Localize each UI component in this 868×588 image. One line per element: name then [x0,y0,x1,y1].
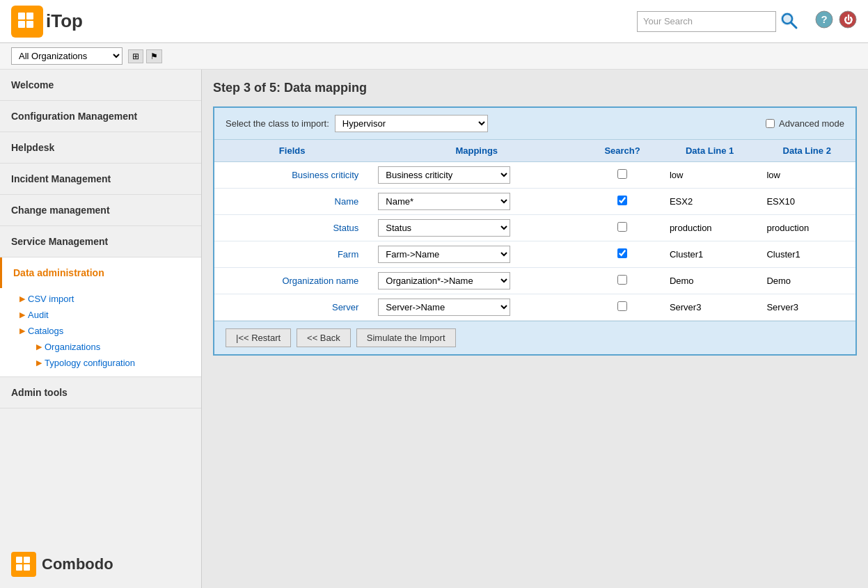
svg-rect-13 [16,564,22,571]
search-checkbox[interactable] [617,301,627,311]
toolbar-icon-flag[interactable]: ⚑ [146,49,162,63]
svg-rect-2 [18,21,25,28]
arrow-icon: ▶ [36,342,42,351]
mapping-cell: Status [370,215,583,241]
sidebar-item-audit[interactable]: ▶ Audit [14,307,201,323]
sidebar-section-service[interactable]: Service Management [0,226,201,257]
content: Step 3 of 5: Data mapping Select the cla… [202,70,868,588]
mapping-cell: Organization*->Name [370,268,583,294]
search-cell [583,215,661,241]
col-fields: Fields [214,140,370,162]
mapping-cell: Server->Name [370,294,583,321]
combodo-logo: Combodo [11,552,113,577]
advanced-mode-label: Advanced mode [779,118,844,129]
sidebar-nav: Welcome Configuration Management Helpdes… [0,70,201,541]
table-row: NameName*ESX2ESX10 [214,189,855,215]
mapping-select[interactable]: Status [378,219,510,237]
data-line-1-cell: Cluster1 [661,241,759,268]
search-cell [583,162,661,189]
search-checkbox[interactable] [617,248,627,258]
select-class-label: Select the class to import: [226,118,329,129]
mapping-table: Fields Mappings Search? Data Line 1 Data… [214,140,855,321]
class-select[interactable]: Hypervisor [335,115,488,132]
table-row: StatusStatusproductionproduction [214,215,855,241]
org-select[interactable]: All Organizations [11,47,123,65]
advanced-mode-checkbox[interactable] [766,119,775,128]
sidebar-item-csv-import[interactable]: ▶ CSV import [14,291,201,307]
field-cell: Business criticity [214,162,370,189]
svg-rect-0 [18,13,25,19]
header: iTop ? ⏻ [0,0,868,43]
svg-rect-14 [24,564,30,571]
sidebar-item-incident-management[interactable]: Incident Management [0,164,201,194]
sidebar-item-helpdesk[interactable]: Helpdesk [0,132,201,163]
col-data1: Data Line 1 [661,140,759,162]
sidebar-section-admin-tools[interactable]: Admin tools [0,377,201,408]
sidebar-item-catalogs[interactable]: ▶ Catalogs [14,323,201,339]
sidebar-section-welcome[interactable]: Welcome [0,70,201,101]
sidebar-item-admin-tools[interactable]: Admin tools [0,377,201,408]
logo-icon [11,6,43,38]
sidebar-section-helpdesk[interactable]: Helpdesk [0,132,201,164]
arrow-icon: ▶ [36,358,42,367]
col-search: Search? [583,140,661,162]
search-checkbox[interactable] [617,196,627,205]
search-area [637,9,801,33]
data-line-1-cell: Demo [661,268,759,294]
logo-text: iTop [46,10,83,32]
mapping-select[interactable]: Name* [378,193,510,210]
sidebar-item-organizations[interactable]: ▶ Organizations [31,339,201,355]
col-data2: Data Line 2 [758,140,855,162]
sidebar-footer: Combodo [0,541,201,588]
table-row: Business criticityBusiness criticitylowl… [214,162,855,189]
sidebar-section-change[interactable]: Change management [0,195,201,226]
combodo-text: Combodo [42,555,113,573]
mapping-select[interactable]: Business criticity [378,166,510,184]
sidebar-sub-data-admin: ▶ CSV import ▶ Audit ▶ Catalogs ▶ [0,288,201,376]
search-input[interactable] [637,11,776,32]
power-button[interactable]: ⏻ [839,10,857,32]
svg-rect-12 [24,557,30,563]
data-line-2-cell: Server3 [758,294,855,321]
mapping-select[interactable]: Server->Name [378,299,510,316]
back-button[interactable]: << Back [297,328,351,347]
sidebar-item-configuration-management[interactable]: Configuration Management [0,101,201,132]
search-cell [583,189,661,215]
help-button[interactable]: ? [815,10,833,32]
sidebar-section-config[interactable]: Configuration Management [0,101,201,132]
data-line-2-cell: Demo [758,268,855,294]
mapping-select[interactable]: Farm->Name [378,246,510,263]
search-checkbox[interactable] [617,275,627,285]
sidebar-item-data-administration[interactable]: Data administration [0,257,201,288]
arrow-icon: ▶ [19,326,25,335]
search-button[interactable] [776,9,801,33]
mapping-select[interactable]: Organization*->Name [378,272,510,289]
svg-rect-11 [16,557,22,563]
arrow-icon: ▶ [19,310,25,319]
sidebar: Welcome Configuration Management Helpdes… [0,70,202,588]
search-checkbox[interactable] [617,169,627,179]
restart-button[interactable]: |<< Restart [226,328,291,347]
main-layout: Welcome Configuration Management Helpdes… [0,70,868,588]
data-line-2-cell: production [758,215,855,241]
toolbar-icon-grid[interactable]: ⊞ [128,49,143,63]
data-line-1-cell: Server3 [661,294,759,321]
simulate-button[interactable]: Simulate the Import [356,328,456,347]
data-line-2-cell: Cluster1 [758,241,855,268]
search-checkbox[interactable] [617,222,627,232]
data-line-1-cell: production [661,215,759,241]
sidebar-item-service-management[interactable]: Service Management [0,226,201,257]
sidebar-item-welcome[interactable]: Welcome [0,70,201,100]
search-cell [583,268,661,294]
sidebar-section-incident[interactable]: Incident Management [0,164,201,195]
data-line-1-cell: low [661,162,759,189]
import-panel: Select the class to import: Hypervisor A… [213,106,857,356]
search-cell [583,294,661,321]
field-cell: Status [214,215,370,241]
sidebar-item-change-management[interactable]: Change management [0,195,201,225]
sidebar-item-typology[interactable]: ▶ Typology configuration [31,355,201,371]
mapping-tbody: Business criticityBusiness criticitylowl… [214,162,855,321]
data-line-2-cell: ESX10 [758,189,855,215]
field-cell: Name [214,189,370,215]
data-line-1-cell: ESX2 [661,189,759,215]
